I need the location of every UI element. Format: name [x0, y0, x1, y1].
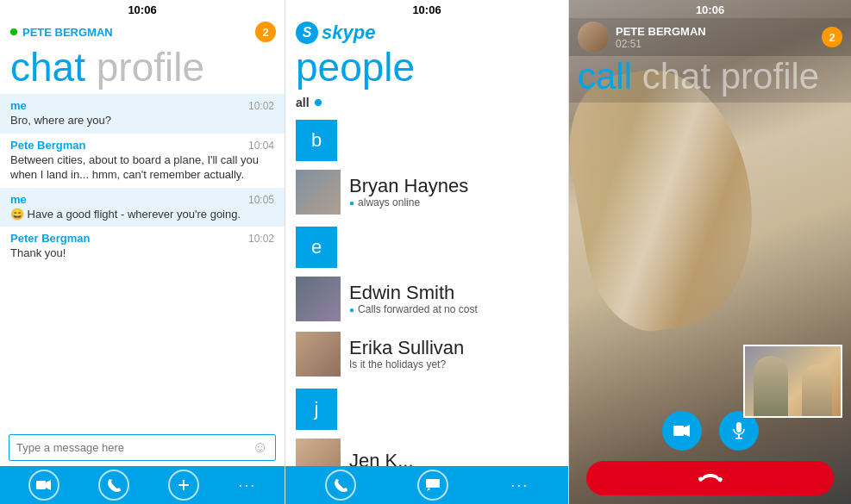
online-indicator — [10, 28, 17, 35]
people-bottom-bar: ··· — [285, 466, 568, 504]
people-filter[interactable]: all — [285, 92, 568, 113]
letter-header-b: b — [296, 120, 337, 161]
call-title-bar: call chat profile — [569, 56, 851, 103]
notification-badge: 2 — [255, 22, 276, 42]
call-name-time: PETE BERGMAN 02:51 — [616, 25, 706, 50]
title-call: call — [578, 56, 632, 96]
msg-time: 10:04 — [248, 140, 274, 152]
message-bubble: me 10:02 Bro, where are you? — [0, 94, 285, 134]
contact-avatar-bryan — [296, 170, 341, 215]
chat-status-bar: 10:06 — [0, 0, 285, 18]
message-bubble: me 10:05 😄 Have a good flight - wherever… — [0, 188, 285, 227]
contact-avatar-erika — [296, 332, 341, 376]
phone-button-people[interactable] — [325, 470, 356, 501]
more-options-people[interactable]: ··· — [510, 476, 529, 495]
contact-avatar-edwin — [296, 277, 341, 321]
call-notification-badge: 2 — [822, 27, 842, 47]
message-input-area[interactable]: ☺ — [9, 434, 276, 461]
end-call-button[interactable] — [586, 461, 834, 495]
people-panel: 10:06 S skype people all b Bryan Haynes … — [285, 0, 569, 504]
contact-status-edwin: ● Calls forwarded at no cost — [349, 303, 478, 315]
call-status-bar: 10:06 — [569, 0, 851, 18]
contact-info-erika: Erika Sullivan Is it the holidays yet? — [349, 338, 464, 370]
call-top-bar: PETE BERGMAN 02:51 2 — [569, 18, 851, 56]
chat-button-people[interactable] — [417, 470, 448, 501]
contacts-list: b Bryan Haynes ● always online e Edwin — [285, 113, 568, 466]
call-video-button[interactable] — [662, 411, 702, 451]
contact-name-bryan: Bryan Haynes — [349, 176, 468, 196]
contact-name-erika: Erika Sullivan — [349, 338, 464, 358]
chat-top-bar: PETE BERGMAN 2 — [0, 18, 285, 46]
msg-text: Between cities, about to board a plane, … — [10, 152, 274, 183]
contact-info-jen: Jen K... — [349, 451, 414, 466]
msg-text: 😄 Have a good flight - wherever you're g… — [10, 207, 274, 222]
message-input[interactable] — [16, 441, 253, 454]
contact-info-edwin: Edwin Smith ● Calls forwarded at no cost — [349, 283, 478, 315]
svg-rect-7 — [738, 434, 740, 438]
self-video-thumbnail — [743, 345, 842, 418]
msg-sender: Peter Bergman — [10, 232, 90, 245]
title-chat: chat — [10, 45, 85, 90]
people-top-bar: S skype — [285, 18, 568, 47]
contact-status-bryan: ● always online — [349, 196, 468, 208]
letter-header-j: j — [296, 389, 337, 430]
svg-rect-8 — [735, 438, 742, 439]
chat-bottom-bar: ··· — [0, 466, 285, 504]
contact-name-jen: Jen K... — [349, 451, 414, 466]
chat-contact-name: PETE BERGMAN — [10, 26, 113, 39]
msg-time: 10:05 — [248, 194, 274, 206]
letter-header-e: e — [296, 227, 337, 268]
call-contact-name: PETE BERGMAN — [616, 25, 706, 38]
msg-sender: me — [10, 193, 27, 206]
title-call-rest: chat profile — [632, 56, 819, 96]
add-button[interactable] — [168, 470, 199, 501]
contact-avatar-jen — [296, 439, 341, 466]
people-page-title: people — [285, 47, 568, 92]
skype-logo-icon: S — [296, 22, 318, 44]
chat-page-title: chat profile — [0, 46, 285, 94]
contact-item-bryan[interactable]: Bryan Haynes ● always online — [285, 165, 568, 220]
svg-rect-0 — [36, 481, 46, 489]
call-overlay: 10:06 PETE BERGMAN 02:51 2 call chat pro… — [569, 0, 851, 504]
video-call-button[interactable] — [28, 470, 59, 501]
contact-name-edwin: Edwin Smith — [349, 283, 478, 303]
more-options-button[interactable]: ··· — [238, 476, 256, 495]
skype-logo-text: skype — [322, 22, 375, 44]
message-bubble: Pete Bergman 10:04 Between cities, about… — [0, 134, 285, 188]
msg-text: Bro, where are you? — [10, 113, 274, 128]
phone-call-button[interactable] — [98, 470, 129, 501]
svg-marker-5 — [684, 425, 690, 437]
msg-sender: me — [10, 99, 27, 112]
filter-label: all — [296, 96, 310, 109]
contact-item-erika[interactable]: Erika Sullivan Is it the holidays yet? — [285, 327, 568, 382]
chat-panel: 10:06 PETE BERGMAN 2 chat profile me 10:… — [0, 0, 285, 504]
message-bubble: Peter Bergman 10:02 Thank you! — [0, 227, 285, 266]
call-avatar — [578, 22, 609, 53]
emoji-icon[interactable]: ☺ — [253, 439, 268, 457]
call-contact-info: PETE BERGMAN 02:51 — [578, 22, 706, 53]
call-duration: 02:51 — [616, 38, 706, 50]
contact-item-edwin[interactable]: Edwin Smith ● Calls forwarded at no cost — [285, 271, 568, 327]
people-status-bar: 10:06 — [285, 0, 568, 18]
contact-status-erika: Is it the holidays yet? — [349, 358, 464, 370]
call-panel: 10:06 PETE BERGMAN 02:51 2 call chat pro… — [569, 0, 851, 504]
contact-info-bryan: Bryan Haynes ● always online — [349, 176, 468, 208]
svg-rect-3 — [178, 484, 189, 486]
msg-sender: Pete Bergman — [10, 139, 85, 152]
svg-rect-4 — [673, 426, 684, 436]
end-call-icon — [698, 467, 723, 489]
msg-time: 10:02 — [248, 100, 274, 112]
svg-rect-6 — [736, 422, 741, 432]
filter-dot-icon — [315, 99, 322, 106]
title-profile: profile — [85, 45, 204, 90]
msg-text: Thank you! — [10, 246, 274, 261]
contact-item-jen[interactable]: Jen K... — [285, 433, 568, 466]
msg-time: 10:02 — [248, 233, 274, 245]
svg-marker-1 — [46, 480, 51, 490]
skype-logo: S skype — [296, 22, 375, 44]
messages-area: me 10:02 Bro, where are you? Pete Bergma… — [0, 94, 285, 429]
